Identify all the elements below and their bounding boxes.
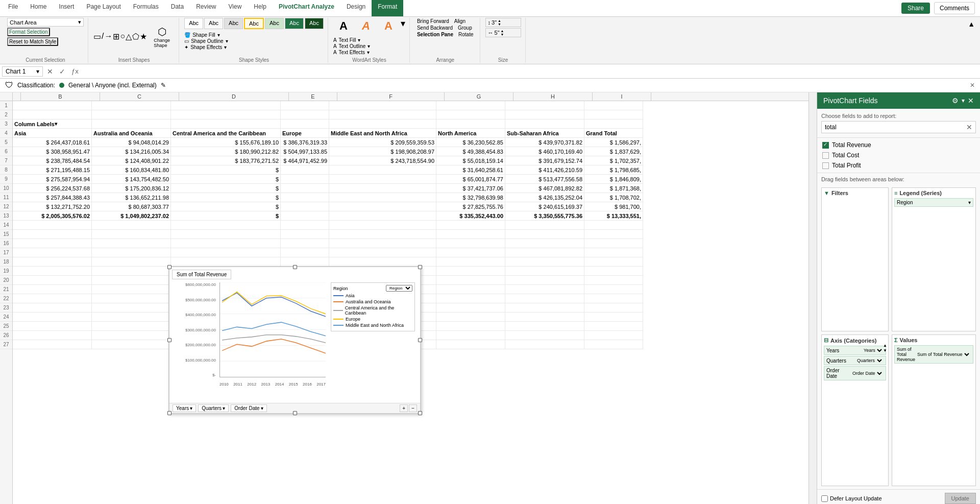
text-effects-button[interactable]: A Text Effects ▾ xyxy=(333,50,370,55)
col-labels-filter-icon[interactable]: ▾ xyxy=(55,121,57,127)
cell-g6[interactable]: $ 49,388,454.83 xyxy=(436,147,505,156)
tab-home[interactable]: Home xyxy=(24,0,53,16)
order-date-axis-button[interactable]: Order Date ▾ xyxy=(231,404,266,412)
cell-b2[interactable] xyxy=(13,110,92,119)
cell-g4[interactable]: North America xyxy=(436,129,505,138)
tab-review[interactable]: Review xyxy=(190,0,222,16)
shape-effects-button[interactable]: ✦ Shape Effects ▾ xyxy=(184,44,228,50)
pivot-search-box[interactable]: ✕ xyxy=(821,121,976,133)
cell-h11[interactable]: $ 426,135,252.04 xyxy=(505,193,584,202)
cell-b14[interactable] xyxy=(13,221,92,230)
shape-icon-more[interactable]: ⊞ xyxy=(113,32,119,41)
col-header-g[interactable]: G xyxy=(445,92,513,101)
cell-f8[interactable] xyxy=(329,165,436,175)
classification-close-icon[interactable]: ✕ xyxy=(970,82,975,89)
line-icon[interactable]: / xyxy=(102,32,104,41)
pentagon-icon[interactable]: ⬠ xyxy=(132,32,139,41)
cell-e6[interactable]: $ 504,997,133.85 xyxy=(281,147,329,156)
cell-d2[interactable] xyxy=(171,110,281,119)
cell-c1[interactable] xyxy=(92,101,171,110)
tab-file[interactable]: File xyxy=(2,0,24,16)
cell-i4[interactable]: Grand Total xyxy=(584,129,643,138)
axis-years-item[interactable]: Years Years xyxy=(824,346,886,355)
cell-g10[interactable]: $ 37,421,737.06 xyxy=(436,184,505,193)
defer-update-checkbox[interactable] xyxy=(821,495,828,502)
shape-outline-button[interactable]: ▭ Shape Outline ▾ xyxy=(184,38,228,44)
cell-i13[interactable]: $ 13,333,551, xyxy=(584,211,643,221)
cell-i2[interactable] xyxy=(584,110,643,119)
cell-c13[interactable]: $ 1,049,802,237.02 xyxy=(92,211,171,221)
tab-insert[interactable]: Insert xyxy=(53,0,80,16)
pivot-settings-icon[interactable]: ⚙ xyxy=(952,97,959,105)
cell-i10[interactable]: $ 1,871,368, xyxy=(584,184,643,193)
wordart-btn-3[interactable]: A xyxy=(378,18,399,34)
legend-region-select[interactable]: Region xyxy=(386,285,412,292)
star-icon[interactable]: ★ xyxy=(140,32,147,41)
cell-d4[interactable]: Central America and the Caribbean xyxy=(171,129,281,138)
height-input[interactable]: ↕ 3" ▲ ▼ xyxy=(485,18,521,27)
change-shape-button[interactable]: ⬡ ChangeShape xyxy=(149,24,175,50)
tab-formulas[interactable]: Formulas xyxy=(127,0,165,16)
cell-e8[interactable] xyxy=(281,165,329,175)
group-button[interactable]: Group xyxy=(456,25,474,31)
cell-i6[interactable]: $ 1,837,629, xyxy=(584,147,643,156)
cell-h1[interactable] xyxy=(505,101,584,110)
cell-f9[interactable] xyxy=(329,175,436,184)
send-backward-button[interactable]: Send Backward xyxy=(415,25,455,31)
tab-pivot-analyze[interactable]: PivotChart Analyze xyxy=(273,0,340,16)
cell-d13[interactable]: $ xyxy=(171,211,281,221)
axis-quarters-item[interactable]: Quarters Quarters xyxy=(824,356,886,365)
cell-g3[interactable] xyxy=(436,119,505,129)
triangle-icon[interactable]: △ xyxy=(126,32,132,41)
cell-d6[interactable]: $ 180,990,212.82 xyxy=(171,147,281,156)
align-button[interactable]: Align xyxy=(452,18,468,25)
col-header-c[interactable]: C xyxy=(100,92,179,101)
cell-h5[interactable]: $ 439,970,371.82 xyxy=(505,138,584,147)
oval-icon[interactable]: ○ xyxy=(120,32,125,41)
cell-i11[interactable]: $ 1,708,702, xyxy=(584,193,643,202)
cell-g7[interactable]: $ 55,018,159.14 xyxy=(436,156,505,165)
axis-years-select[interactable]: Years xyxy=(862,347,884,353)
rectangle-icon[interactable]: ▭ xyxy=(93,32,101,41)
cell-h12[interactable]: $ 240,615,169.37 xyxy=(505,202,584,211)
col-header-i[interactable]: I xyxy=(593,92,651,101)
cell-c3[interactable] xyxy=(92,119,171,129)
cell-d1[interactable] xyxy=(171,101,281,110)
tab-help[interactable]: Help xyxy=(248,0,273,16)
cell-d5[interactable]: $ 155,676,189.10 xyxy=(171,138,281,147)
cell-e4[interactable]: Europe xyxy=(281,129,329,138)
cell-b6[interactable]: $ 308,958,951.47 xyxy=(13,147,92,156)
chart-handle-bm[interactable] xyxy=(293,411,297,415)
pivot-search-input[interactable] xyxy=(825,124,966,131)
shape-style-4[interactable]: Abc xyxy=(244,18,264,29)
chart-handle-br[interactable] xyxy=(418,411,422,415)
wordart-btn-2[interactable]: A xyxy=(356,18,376,34)
cell-i5[interactable]: $ 1,586,297, xyxy=(584,138,643,147)
cell-c8[interactable]: $ 160,834,481.80 xyxy=(92,165,171,175)
selection-pane-button[interactable]: Selection Pane xyxy=(415,31,455,38)
cell-c2[interactable] xyxy=(92,110,171,119)
chart-container[interactable]: Sum of Total Revenue $600,000,000.00 $50… xyxy=(168,266,421,414)
shape-style-5[interactable]: Abc xyxy=(265,18,284,29)
chart-handle-ml[interactable] xyxy=(167,338,172,342)
shape-style-7[interactable]: Abc xyxy=(305,18,324,29)
axis-scroll-down-icon[interactable]: ▼ xyxy=(883,348,887,353)
cell-b9[interactable]: $ 275,587,954.94 xyxy=(13,175,92,184)
pivot-close-icon[interactable]: ✕ xyxy=(968,97,974,105)
tab-page-layout[interactable]: Page Layout xyxy=(80,0,127,16)
confirm-formula-icon[interactable]: ✓ xyxy=(57,67,67,76)
cell-g11[interactable]: $ 32,798,639.98 xyxy=(436,193,505,202)
chart-handle-mr[interactable] xyxy=(418,338,422,342)
format-selection-button[interactable]: Format Selection xyxy=(7,28,50,36)
cell-d3[interactable] xyxy=(171,119,281,129)
values-sum-select[interactable]: Sum of Total Revenue xyxy=(915,351,971,357)
cell-d10[interactable]: $ xyxy=(171,184,281,193)
total-profit-checkbox[interactable] xyxy=(822,162,829,169)
cell-f2[interactable] xyxy=(329,110,436,119)
arrow-icon[interactable]: → xyxy=(104,32,112,41)
cell-f13[interactable] xyxy=(329,211,436,221)
collapse-icon[interactable]: ▲ xyxy=(968,20,975,28)
cell-f12[interactable] xyxy=(329,202,436,211)
tab-design[interactable]: Design xyxy=(340,0,372,16)
cell-f1[interactable] xyxy=(329,101,436,110)
